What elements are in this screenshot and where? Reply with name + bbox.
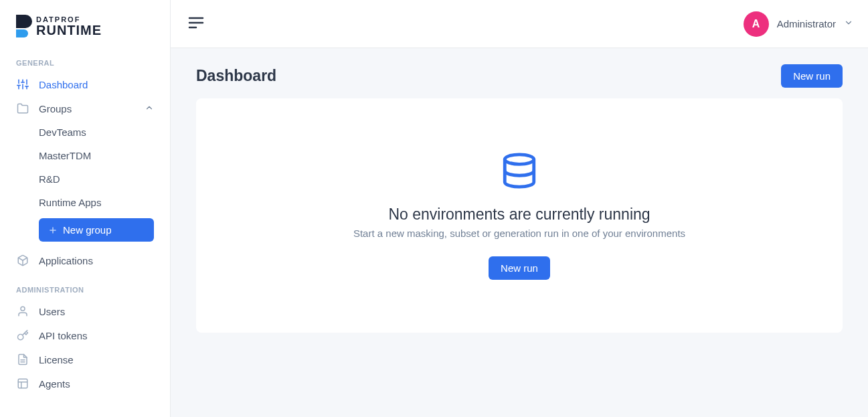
plus-icon [48,226,58,235]
file-icon [16,353,29,366]
sidebar-item-users[interactable]: Users [0,299,170,323]
logo-area: DATPROF RUNTIME [0,0,170,52]
sidebar-subitem-runtimeapps[interactable]: Runtime Apps [0,191,170,214]
database-icon [500,151,539,192]
logo-text-bottom: RUNTIME [36,23,102,37]
sidebar: DATPROF RUNTIME GENERAL Dashboard [0,0,171,417]
user-icon [16,305,29,318]
main-area: A Administrator Dashboard New run [171,0,868,417]
sidebar-item-label: Applications [39,255,93,266]
sidebar-item-label: License [39,354,74,365]
sidebar-subitem-devteams[interactable]: DevTeams [0,120,170,144]
page-title: Dashboard [196,67,276,85]
sidebar-item-label: Agents [39,378,70,390]
new-group-button[interactable]: New group [39,218,154,242]
topbar: A Administrator [171,0,868,48]
folder-icon [16,102,29,115]
svg-point-21 [505,155,534,165]
logo[interactable]: DATPROF RUNTIME [16,15,154,37]
sidebar-item-dashboard[interactable]: Dashboard [0,72,170,96]
page-header: Dashboard New run [196,64,843,88]
menu-toggle-button[interactable] [185,13,207,34]
sidebar-item-label: Groups [39,103,72,114]
sidebar-item-applications[interactable]: Applications [0,248,170,272]
key-icon [16,329,29,342]
sidebar-subitem-mastertdm[interactable]: MasterTDM [0,144,170,167]
new-group-label: New group [63,224,112,236]
chevron-down-icon [844,18,853,29]
dashboard-card: No environments are currently running St… [196,98,843,333]
svg-rect-15 [18,379,27,388]
logo-mark-icon [16,15,32,37]
user-name-label: Administrator [777,18,836,29]
sidebar-subitem-rd[interactable]: R&D [0,167,170,191]
section-title-admin: ADMINISTRATION [0,279,170,299]
menu-icon [188,21,204,31]
avatar: A [744,11,769,37]
logo-text-top: DATPROF [36,16,102,23]
sidebar-item-label: API tokens [39,330,88,341]
new-run-button-header[interactable]: New run [781,64,843,88]
sidebar-item-groups[interactable]: Groups [0,96,170,120]
new-run-button-empty[interactable]: New run [489,256,550,280]
chevron-up-icon [145,103,154,114]
sidebar-item-agents[interactable]: Agents [0,371,170,396]
sliders-icon [16,78,29,91]
sidebar-item-label: Users [39,306,65,317]
content-area: Dashboard New run No environments are cu… [171,48,868,417]
sidebar-item-license[interactable]: License [0,347,170,371]
sidebar-item-label: Dashboard [39,79,88,90]
layout-icon [16,377,29,390]
svg-point-12 [21,307,25,311]
empty-state-subtitle: Start a new masking, subset or generatio… [353,228,685,239]
cube-icon [16,254,29,267]
empty-state-title: No environments are currently running [388,205,650,224]
user-menu[interactable]: A Administrator [744,11,853,37]
avatar-initial: A [752,18,760,30]
section-title-general: GENERAL [0,52,170,72]
sidebar-item-api-tokens[interactable]: API tokens [0,323,170,347]
